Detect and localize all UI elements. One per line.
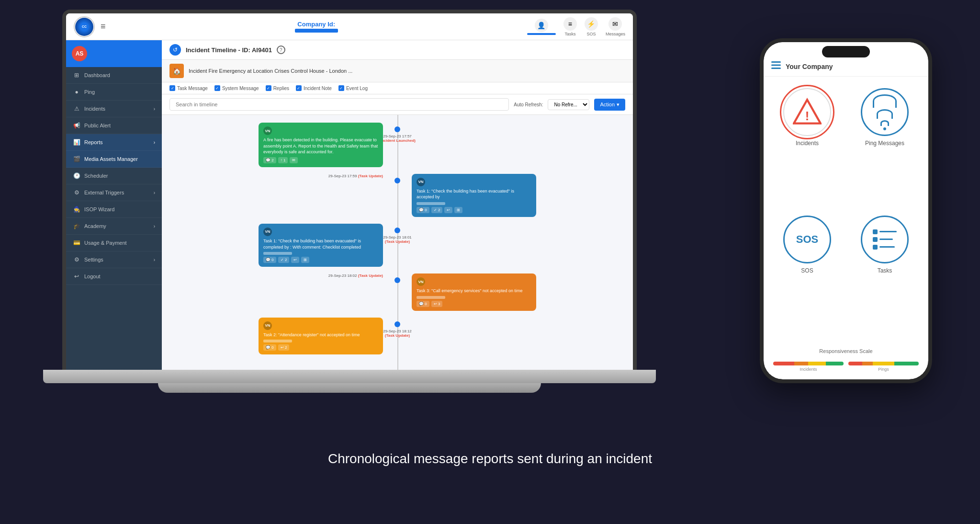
timeline-row-4: 29-Sep-23 18:02 (Task Update) (169, 273, 625, 311)
bubble-name-bar-5 (263, 340, 292, 342)
incidents-progress-bar (773, 362, 844, 365)
company-id-label: Company Id: (297, 21, 335, 28)
timeline-row-1: VN A fire has been detected in the build… (169, 123, 625, 167)
pings-progress-group: Pings (848, 362, 919, 372)
phone-grid-tasks[interactable]: Tasks (851, 216, 919, 333)
refresh-select[interactable]: No Refre... (548, 99, 589, 110)
usage-payment-icon: 💳 (73, 239, 80, 246)
bubble-action-3a[interactable]: 💬 0 (263, 257, 276, 263)
bubble-action-2[interactable]: ↑ 1 (278, 157, 288, 163)
sidebar-item-academy[interactable]: 🎓 Academy › (66, 218, 162, 235)
filter-incident-note[interactable]: ✓ Incident Note (296, 85, 332, 91)
responsiveness-label: Responsiveness Scale (764, 344, 928, 358)
filter-replies[interactable]: ✓ Replies (266, 85, 289, 91)
timeline-bubble-3: VN Task 1: "Check the building has been … (259, 224, 383, 267)
bubble-actions-1: 💬 2 ↑ 1 ✉ (263, 157, 378, 163)
bubble-text-2: Task 1: "Check the building has been eva… (417, 188, 531, 200)
sidebar-item-media-assets[interactable]: 🎬 Media Assets Manager (66, 151, 162, 168)
timeline-bubble-5: VN Task 2: "Attendance register" not acc… (259, 318, 383, 355)
phone-company-name: Your Company (786, 63, 833, 70)
timeline-bubble-2: VN Task 1: "Check the building has been … (412, 174, 536, 217)
sidebar-item-dashboard[interactable]: ⊞ Dashboard (66, 67, 162, 84)
timestamp-tag-2: (Task Update) (358, 174, 383, 178)
filter-task-message[interactable]: ✓ Task Message (169, 85, 208, 91)
bubble-action-2b[interactable]: ✓ 2 (431, 207, 443, 213)
timeline-row-2: 29-Sep-23 17:59 (Task Update) (169, 174, 625, 217)
search-input[interactable] (169, 98, 509, 111)
sidebar-item-scheduler[interactable]: 🕐 Scheduler (66, 168, 162, 184)
sidebar-item-label: Ping (84, 89, 95, 95)
timeline-dot-3 (394, 228, 400, 233)
nav-tasks[interactable]: ≡ Tasks (563, 17, 577, 36)
ext-triggers-arrow: › (154, 190, 155, 195)
bubble-action-3b[interactable]: ✓ 2 (278, 257, 290, 263)
phone-container: Your Company ! Incidents (760, 38, 932, 383)
timeline-row-3: VN Task 1: "Check the building has been … (169, 224, 625, 267)
wifi-arc-mid (877, 109, 893, 119)
back-button[interactable]: ↺ (169, 44, 181, 56)
sidebar-item-label: Logout (84, 273, 101, 279)
sidebar-item-reports[interactable]: 📊 Reports › (66, 134, 162, 151)
svg-rect-2 (771, 68, 781, 69)
tasks-label-phone: Tasks (878, 267, 892, 274)
bubble-action-1[interactable]: 💬 2 (263, 157, 276, 163)
sidebar-item-ping[interactable]: ● Ping (66, 84, 162, 101)
sidebar-item-external-triggers[interactable]: ⚙ External Triggers › (66, 184, 162, 201)
filter-incident-note-label: Incident Note (304, 86, 332, 91)
sidebar-item-label: Scheduler (84, 173, 108, 179)
bubble-actions-4: 💬 0 ↩ 3 (417, 301, 531, 307)
bubble-text-5: Task 2: "Attendance register" not accept… (263, 332, 378, 338)
phone-hamburger-icon[interactable] (771, 61, 781, 71)
bubble-action-2a[interactable]: 💬 0 (417, 207, 429, 213)
tl-left-1: VN A fire has been detected in the build… (169, 123, 388, 167)
sidebar-item-logout[interactable]: ↩ Logout (66, 268, 162, 285)
action-button[interactable]: Action ▾ (594, 99, 625, 111)
bubble-action-3c[interactable]: ↩ (291, 257, 299, 263)
phone-grid-sos[interactable]: SOS SOS (773, 216, 841, 333)
pings-pb-red (848, 362, 862, 365)
bubble-action-5a[interactable]: 💬 0 (263, 344, 276, 351)
wifi-dot (883, 127, 886, 130)
svg-rect-0 (771, 61, 781, 63)
hamburger-icon[interactable]: ≡ (101, 22, 106, 32)
filter-system-message[interactable]: ✓ System Message (214, 85, 259, 91)
timeline-area: VN A fire has been detected in the build… (162, 115, 633, 370)
sidebar-item-incidents[interactable]: ⚠ Incidents › (66, 101, 162, 117)
bubble-action-3[interactable]: ✉ (290, 157, 298, 163)
system-message-checkbox: ✓ (214, 85, 220, 91)
bubble-action-5b[interactable]: ↩ 2 (278, 344, 290, 351)
nav-sos[interactable]: ⚡ SOS (585, 17, 598, 36)
bubble-action-2d[interactable]: ⊞ (454, 207, 462, 213)
nav-messages[interactable]: ✉ Messages (606, 17, 625, 36)
timeline-row-5: VN Task 2: "Attendance register" not acc… (169, 318, 625, 355)
nav-profile[interactable]: 👤 (527, 19, 556, 35)
phone-grid-ping[interactable]: Ping Messages (851, 88, 919, 206)
incident-description: Incident Fire Emergency at Location Cris… (189, 68, 352, 74)
external-triggers-icon: ⚙ (73, 189, 80, 196)
timestamp-tag-1: (Incident Launched) (379, 138, 416, 143)
laptop-base (43, 370, 656, 383)
media-assets-icon: 🎬 (73, 156, 80, 162)
top-navbar: CC ≡ Company Id: 👤 ≡ (66, 13, 633, 40)
bottom-caption: Chronological message reports sent durin… (328, 451, 652, 467)
tl-left-2: 29-Sep-23 17:59 (Task Update) (169, 174, 388, 178)
task-message-checkbox: ✓ (169, 85, 175, 91)
sidebar-item-usage-payment[interactable]: 💳 Usage & Payment (66, 235, 162, 251)
sidebar-item-public-alert[interactable]: 📢 Public Alert (66, 117, 162, 134)
filter-event-log[interactable]: ✓ Event Log (338, 85, 368, 91)
bubble-action-4a[interactable]: 💬 0 (417, 301, 429, 307)
bubble-action-4b[interactable]: ↩ 3 (431, 301, 443, 307)
sos-icon: ⚡ (585, 17, 598, 31)
bubble-text-1: A fire has been detected in the building… (263, 137, 378, 155)
bubble-action-3d[interactable]: ⊞ (301, 257, 309, 263)
sidebar-item-settings[interactable]: ⚙ Settings › (66, 251, 162, 268)
replies-checkbox: ✓ (266, 85, 271, 91)
help-icon[interactable]: ? (277, 46, 285, 54)
content-panel: ↺ Incident Timeline - ID: AI9401 ? 🏠 Inc… (162, 40, 633, 370)
bubble-action-2c[interactable]: ↩ (444, 207, 452, 213)
incidents-icon: ⚠ (73, 105, 80, 112)
svg-rect-1 (771, 65, 781, 66)
sidebar-item-isop-wizard[interactable]: 🧙 ISOP Wizard (66, 201, 162, 218)
phone-grid-incidents[interactable]: ! Incidents (773, 88, 841, 206)
incident-sub-header: 🏠 Incident Fire Emergency at Location Cr… (162, 60, 633, 82)
